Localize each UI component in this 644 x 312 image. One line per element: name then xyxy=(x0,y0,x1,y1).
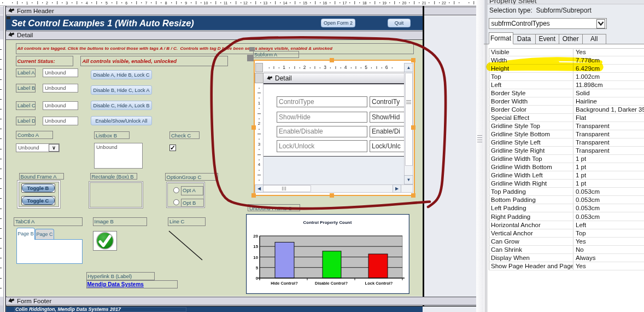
svg-text:5: 5 xyxy=(256,265,259,270)
svg-text:15: 15 xyxy=(253,244,258,249)
svg-text:0: 0 xyxy=(256,276,259,281)
svg-text:10: 10 xyxy=(253,255,258,260)
svg-text:Disable Control?: Disable Control? xyxy=(315,281,348,286)
svg-text:Control Property Count: Control Property Count xyxy=(303,220,352,225)
svg-text:Lock Control?: Lock Control? xyxy=(365,281,393,286)
svg-text:20: 20 xyxy=(253,234,258,239)
svg-text:Hide Control?: Hide Control? xyxy=(271,281,298,286)
